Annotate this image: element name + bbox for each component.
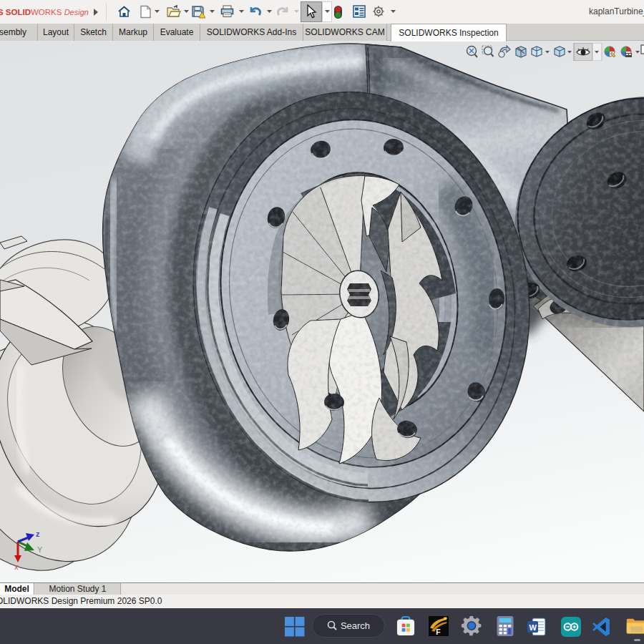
svg-text:z: z: [36, 530, 40, 538]
svg-text:Y: Y: [37, 545, 43, 554]
svg-text:F: F: [436, 628, 440, 636]
svg-text:W: W: [530, 623, 537, 632]
svg-text:x: x: [14, 562, 19, 571]
